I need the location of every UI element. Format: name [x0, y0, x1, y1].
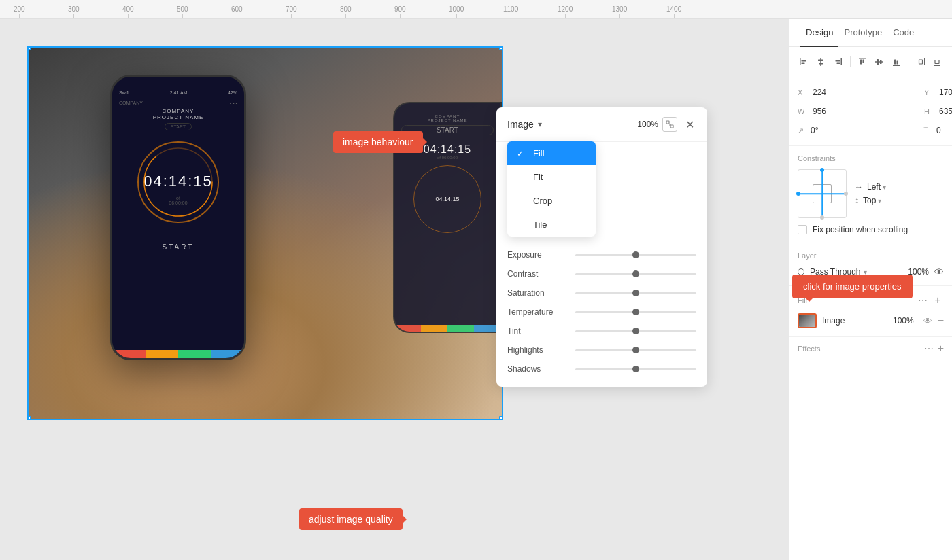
fill-type: Image	[822, 316, 887, 326]
corner-input[interactable]	[932, 124, 952, 137]
align-divider-2	[908, 56, 908, 67]
svg-rect-24	[917, 58, 917, 65]
panel-icons: 100% ✕	[637, 117, 696, 132]
h-label: H	[924, 107, 932, 116]
w-field: W	[798, 105, 919, 118]
highlights-thumb[interactable]	[632, 347, 639, 353]
saturation-slider[interactable]	[575, 292, 696, 294]
constraints-section: Constraints ↔ Left ▾	[789, 146, 952, 243]
image-controls: Exposure Contrast Saturation	[496, 237, 707, 387]
exposure-thumb[interactable]	[632, 251, 639, 258]
canvas-image[interactable]: Swift 2:41 AM 42% COMPANY • • • COMPANYP…	[27, 46, 503, 420]
align-right-button[interactable]	[832, 54, 845, 70]
angle-field: ↗	[798, 124, 917, 137]
handle-top-right[interactable]	[499, 46, 503, 50]
svg-rect-20	[880, 60, 882, 64]
fix-position-row: Fix position when scrolling	[798, 225, 944, 234]
ruler-mark: 400	[122, 5, 134, 18]
coords-section: X Y W H	[789, 77, 952, 146]
dropdown-fit[interactable]: Fit	[507, 165, 596, 189]
fill-remove-button[interactable]: −	[938, 315, 944, 327]
x-label: X	[798, 88, 806, 97]
align-left-button[interactable]	[798, 54, 811, 70]
corner-field: ⌒	[922, 124, 952, 137]
right-sidebar: Design Prototype Code	[789, 19, 952, 560]
vertical-constraint-row: ↕ Top ▾	[855, 196, 944, 205]
panel-title: Image	[507, 119, 534, 130]
shadows-slider[interactable]	[575, 368, 696, 370]
distribute-v-button[interactable]	[931, 54, 944, 70]
horizontal-select[interactable]: Left ▾	[867, 182, 886, 192]
layer-visibility-icon[interactable]: 👁	[934, 266, 944, 277]
fill-swatch[interactable]	[798, 313, 817, 328]
tab-code[interactable]: Code	[887, 19, 919, 47]
tint-row: Tint	[496, 321, 707, 340]
handle-bottom-right[interactable]	[499, 416, 503, 420]
align-tools	[789, 47, 952, 77]
ruler-mark: 1100	[503, 5, 518, 18]
ruler-mark: 1000	[449, 5, 464, 18]
panel-close-icon[interactable]: ✕	[683, 118, 696, 131]
contrast-thumb[interactable]	[632, 270, 639, 277]
tab-design[interactable]: Design	[800, 19, 838, 47]
svg-rect-12	[841, 58, 843, 65]
w-input[interactable]	[809, 105, 919, 118]
saturation-thumb[interactable]	[632, 290, 639, 296]
fix-position-checkbox[interactable]	[798, 225, 807, 234]
x-input[interactable]	[809, 86, 919, 99]
dropdown-fill[interactable]: ✓ Fill	[507, 141, 596, 165]
fill-add-button[interactable]: +	[932, 294, 944, 307]
vertical-chevron: ▾	[878, 197, 881, 205]
align-top-button[interactable]	[856, 54, 869, 70]
svg-rect-15	[859, 58, 866, 59]
distribute-h-button[interactable]	[914, 54, 927, 70]
effects-grid-icon[interactable]: ⋯	[924, 343, 934, 354]
svg-rect-17	[863, 60, 865, 63]
fill-opacity: 100%	[893, 316, 914, 326]
panel-chevron-icon[interactable]: ▾	[538, 120, 542, 129]
shadows-thumb[interactable]	[632, 366, 639, 372]
tab-prototype[interactable]: Prototype	[838, 19, 887, 47]
image-behaviour-annotation: image behaviour	[333, 131, 423, 153]
constraints-title: Constraints	[798, 154, 944, 162]
wh-row: W H	[798, 105, 944, 118]
h-input[interactable]	[935, 105, 952, 118]
align-bottom-button[interactable]	[889, 54, 902, 70]
h-field: H	[924, 105, 952, 118]
image-mode-dropdown[interactable]: ✓ Fill Fit Crop Tile	[507, 141, 596, 237]
svg-rect-23	[896, 61, 898, 65]
highlights-row: Highlights	[496, 340, 707, 360]
dropdown-crop[interactable]: Crop	[507, 189, 596, 213]
tint-slider[interactable]	[575, 330, 696, 332]
contrast-label: Contrast	[507, 269, 568, 279]
xy-row: X Y	[798, 86, 944, 99]
align-middle-button[interactable]	[872, 54, 885, 70]
dropdown-tile[interactable]: Tile	[507, 213, 596, 237]
handle-bottom-left[interactable]	[27, 416, 31, 420]
canvas-area[interactable]: Swift 2:41 AM 42% COMPANY • • • COMPANYP…	[0, 19, 789, 560]
effects-header: Effects ⋯ +	[798, 343, 944, 355]
effects-add-button[interactable]: +	[938, 343, 944, 355]
svg-rect-22	[894, 60, 896, 65]
vertical-select[interactable]: Top ▾	[863, 196, 881, 205]
temperature-thumb[interactable]	[632, 309, 639, 315]
angle-input[interactable]	[806, 124, 917, 137]
handle-top-left[interactable]	[27, 46, 31, 50]
align-center-h-button[interactable]	[815, 54, 828, 70]
resize-icon[interactable]	[662, 117, 677, 132]
contrast-slider[interactable]	[575, 273, 696, 275]
highlights-slider[interactable]	[575, 349, 696, 351]
temperature-slider[interactable]	[575, 311, 696, 313]
horizontal-arrow: ↔	[855, 182, 863, 192]
highlights-label: Highlights	[507, 345, 568, 355]
effects-title: Effects	[798, 345, 820, 353]
fill-grid-icon[interactable]: ⋯	[918, 295, 928, 306]
y-input[interactable]	[935, 86, 952, 99]
exposure-slider[interactable]	[575, 254, 696, 256]
tint-thumb[interactable]	[632, 328, 639, 334]
constraint-v-line	[821, 170, 823, 217]
svg-rect-10	[818, 60, 823, 62]
fill-visibility-icon[interactable]: 👁	[923, 316, 932, 326]
image-properties-tooltip[interactable]: click for image properties	[792, 275, 913, 298]
layer-title: Layer	[798, 251, 944, 260]
